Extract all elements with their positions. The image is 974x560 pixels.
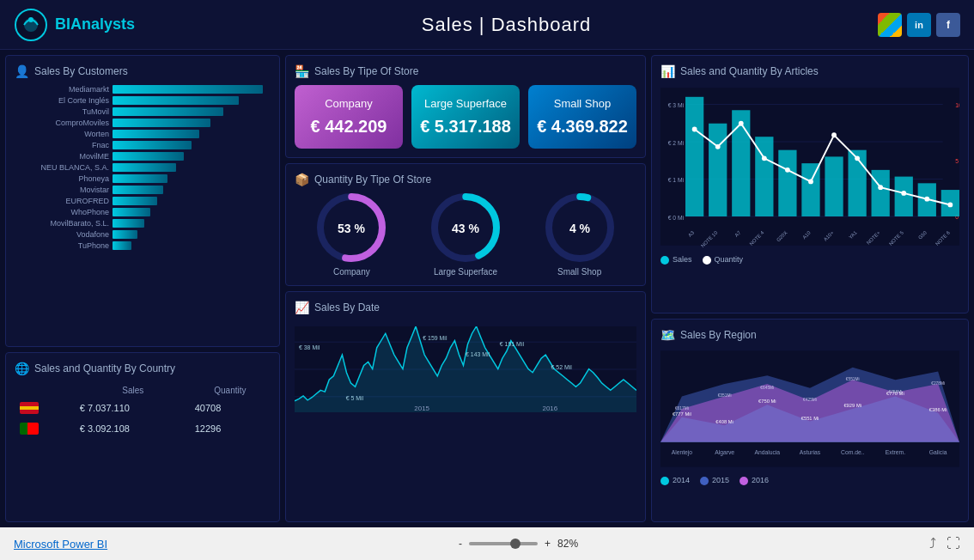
social-links: in f: [878, 13, 960, 37]
svg-text:€758Mi: €758Mi: [889, 390, 903, 394]
zoom-plus[interactable]: +: [545, 538, 551, 550]
footer: Microsoft Power BI - + 82% ⤴ ⛶: [0, 527, 974, 560]
bar-row: MovilME: [15, 152, 271, 161]
svg-text:€408 Mi: €408 Mi: [715, 420, 734, 425]
bar-fill: [113, 96, 239, 105]
bar-label: Vodafone: [15, 230, 109, 239]
share-icon[interactable]: ⤴: [929, 536, 936, 551]
gauge-label: Small Shop: [545, 267, 614, 277]
store-card-value: € 5.317.188: [420, 117, 511, 137]
bar-track: [113, 163, 271, 172]
bar-label: Worten: [15, 130, 109, 138]
quantity-value: 40708: [192, 399, 269, 417]
svg-text:€ 143 Mil: € 143 Mil: [466, 351, 490, 357]
expand-icon[interactable]: ⛶: [947, 536, 960, 551]
gauge-small-shop: 4 % Small Shop: [545, 193, 614, 277]
svg-rect-41: [778, 150, 796, 216]
store-card-small[interactable]: Small Shop € 4.369.822: [528, 85, 636, 149]
gauge-label: Large Superface: [431, 267, 500, 277]
power-bi-link[interactable]: Microsoft Power BI: [14, 538, 107, 551]
region-icon: 🗺️: [660, 328, 675, 342]
svg-text:€777 Mil: €777 Mil: [673, 411, 691, 417]
facebook-icon[interactable]: f: [936, 13, 960, 37]
customers-panel: 👤 Sales By Customers Mediamarkt El Corte…: [5, 55, 280, 347]
bar-row: Phoneya: [15, 174, 271, 183]
bar-label: Mediamarkt: [15, 85, 109, 94]
bar-track: [113, 241, 271, 250]
articles-title: 📊 Sales and Quantity By Articles: [660, 64, 959, 78]
store-card-large[interactable]: Large Superface € 5.317.188: [411, 85, 520, 149]
left-column: 👤 Sales By Customers Mediamarkt El Corte…: [5, 55, 280, 522]
bar-track: [113, 208, 271, 216]
region-chart: €777 Mil€408 Mi€750 Mi€551 Mi€929 Mi€770…: [660, 349, 959, 469]
bar-track: [113, 107, 271, 116]
svg-point-51: [739, 121, 744, 126]
linkedin-icon[interactable]: in: [907, 13, 931, 37]
microsoft-icon[interactable]: [878, 13, 902, 37]
bar-fill: [113, 208, 150, 216]
footer-icons: ⤴ ⛶: [929, 536, 960, 551]
bar-row: TuMovil: [15, 107, 271, 116]
store-card-value: € 4.369.822: [537, 117, 628, 137]
svg-text:Algarve: Algarve: [715, 449, 734, 456]
svg-text:4 %: 4 %: [569, 222, 591, 235]
flag-pt: [20, 423, 39, 435]
gauge-large-superface: 43 % Large Superface: [431, 193, 500, 277]
store-card-label: Small Shop: [537, 97, 628, 110]
logo-text: BIAnalysts: [55, 15, 135, 33]
region-legend: 2014 2015 2016: [660, 476, 959, 485]
svg-text:5 Mil: 5 Mil: [955, 158, 959, 164]
svg-text:€551Mi: €551Mi: [846, 377, 860, 381]
store-card-label: Large Superface: [420, 97, 511, 110]
bar-label: ComproMoviles: [15, 119, 109, 127]
svg-text:€278Mi: €278Mi: [931, 381, 945, 386]
bar-fill: [113, 85, 263, 94]
svg-text:Com.de..: Com.de..: [841, 449, 865, 455]
svg-text:€425Mi: €425Mi: [803, 399, 817, 403]
customers-bar-chart: Mediamarkt El Corte Inglés TuMovil Compr…: [15, 85, 271, 250]
bar-label: TuMovil: [15, 107, 109, 116]
svg-text:€551 Mi: €551 Mi: [801, 416, 819, 421]
customers-icon: 👤: [15, 64, 29, 78]
zoom-value: 82%: [557, 538, 578, 550]
bar-label: Movistar: [15, 186, 109, 194]
quantity-icon: 📦: [295, 173, 309, 186]
svg-text:€ 3 Mi: € 3 Mi: [668, 102, 685, 108]
bar-row: WhoPhone: [15, 208, 271, 216]
globe-icon: 🌐: [15, 362, 29, 375]
svg-text:Asturias: Asturias: [800, 449, 821, 455]
bar-fill: [113, 186, 163, 194]
svg-text:Andalucia: Andalucia: [754, 449, 780, 455]
date-panel: 📈 Sales By Date € 38 Mil € 5 Mil € 159 M…: [285, 291, 646, 522]
svg-text:€750 Mi: €750 Mi: [758, 399, 776, 404]
zoom-controls: - + 82%: [459, 538, 578, 550]
bar-fill: [113, 107, 223, 116]
svg-text:Galicia: Galicia: [929, 449, 947, 455]
svg-point-60: [947, 203, 953, 208]
bar-row: El Corte Inglés: [15, 96, 271, 105]
svg-text:€351Mi: €351Mi: [718, 394, 732, 399]
bar-track: [113, 197, 271, 205]
svg-text:€ 2 Mi: € 2 Mi: [668, 140, 685, 146]
svg-text:€ 0 Mi: € 0 Mi: [668, 215, 685, 221]
svg-text:€617Mi: €617Mi: [675, 406, 689, 411]
region-title: 🗺️ Sales By Region: [660, 328, 959, 342]
zoom-minus[interactable]: -: [459, 538, 462, 550]
svg-text:€ 159 Mil: € 159 Mil: [423, 336, 447, 342]
bar-track: [113, 85, 271, 94]
store-card-company[interactable]: Company € 442.209: [295, 85, 403, 149]
bar-label: EUROFRED: [15, 197, 109, 205]
svg-rect-46: [895, 177, 913, 216]
logo-icon: [14, 8, 48, 42]
store-type-title: 🏪 Sales By Tipe Of Store: [295, 64, 636, 78]
bar-label: MovilBarato, S.L.: [15, 219, 109, 228]
region-panel: 🗺️ Sales By Region €777 Mil€408 Mi€750 M…: [651, 319, 969, 522]
bar-track: [113, 130, 271, 138]
zoom-slider[interactable]: [469, 542, 538, 545]
bar-row: Movistar: [15, 186, 271, 194]
gauge-company: 53 % Company: [317, 193, 386, 277]
bar-fill: [113, 119, 210, 127]
svg-text:€ 5 Mil: € 5 Mil: [346, 396, 364, 402]
bar-label: El Corte Inglés: [15, 96, 109, 105]
table-row: € 7.037.110 40708: [16, 399, 269, 417]
